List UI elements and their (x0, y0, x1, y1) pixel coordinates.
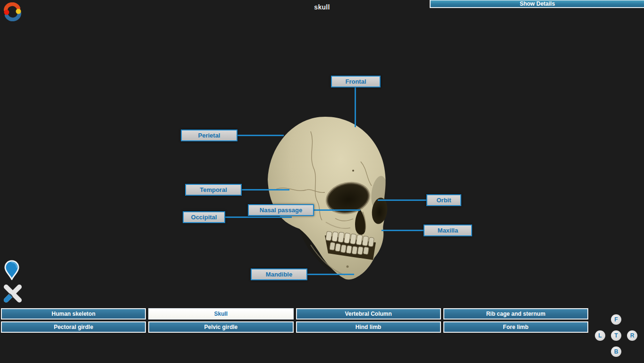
label-temporal[interactable]: Temporal (185, 184, 242, 196)
view-front-button[interactable]: F (611, 314, 621, 325)
nav-rib-cage-and-sternum[interactable]: Rib cage and sternum (443, 308, 588, 320)
nav-pectoral-girdle[interactable]: Pectoral girdle (1, 321, 146, 333)
show-details-button[interactable]: Show Details (430, 0, 644, 8)
app-window: skull Show Details (0, 0, 644, 363)
label-maxilla[interactable]: Maxilla (424, 225, 472, 236)
mandible-leader-line (307, 274, 354, 275)
label-nasal-passage[interactable]: Nasal passage (248, 204, 314, 216)
view-back-button[interactable]: B (611, 346, 621, 357)
view-top-button[interactable]: T (611, 330, 621, 341)
label-frontal[interactable]: Frontal (331, 76, 381, 87)
nav-human-skeleton[interactable]: Human skeleton (1, 308, 146, 320)
nav-skull[interactable]: Skull (148, 308, 293, 320)
bone-section-nav: Human skeleton Skull Vertebral Column Ri… (1, 308, 588, 333)
label-orbit[interactable]: Orbit (426, 194, 461, 206)
nav-vertebral-column[interactable]: Vertebral Column (296, 308, 441, 320)
label-mandible[interactable]: Mandible (251, 268, 307, 280)
nav-pelvic-girdle[interactable]: Pelvic girdle (148, 321, 293, 333)
view-left-button[interactable]: L (595, 330, 605, 341)
view-right-button[interactable]: R (627, 330, 637, 341)
occipital-leader-line (225, 216, 292, 218)
nasal-passage-leader-line (314, 209, 360, 211)
label-perietal[interactable]: Perietal (181, 130, 237, 141)
perietal-leader-line (237, 135, 284, 136)
pin-marker-icon[interactable] (4, 259, 20, 281)
orbit-leader-line (378, 199, 426, 201)
maxilla-leader-line (381, 230, 424, 231)
nav-hind-limb[interactable]: Hind limb (296, 321, 441, 333)
frontal-leader-line (355, 87, 356, 127)
temporal-leader-line (242, 189, 289, 190)
close-x-icon[interactable] (2, 283, 24, 304)
nav-fore-limb[interactable]: Fore limb (443, 321, 588, 333)
label-occipital[interactable]: Occipital (183, 211, 225, 223)
